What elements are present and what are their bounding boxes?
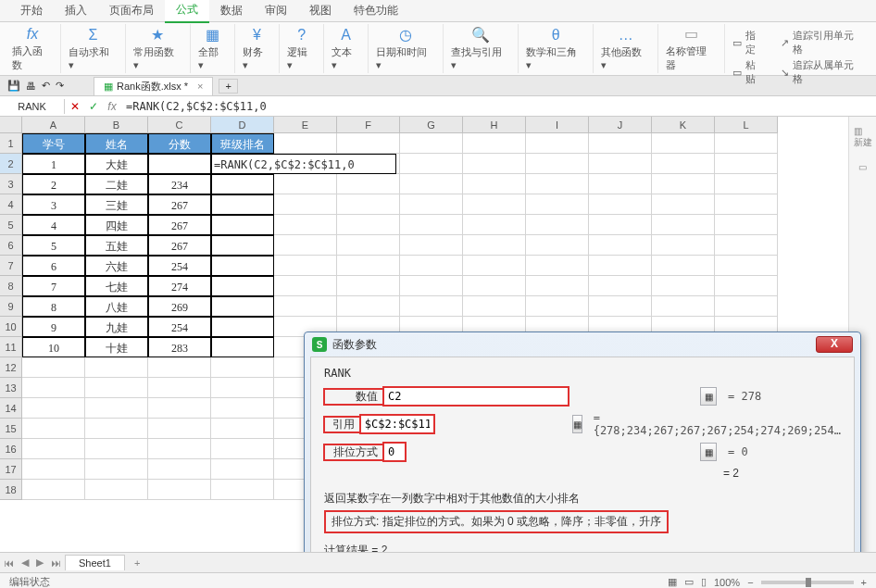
zoom-in-button[interactable]: + [861, 577, 867, 588]
cell[interactable] [526, 215, 589, 235]
column-header[interactable]: I [526, 117, 589, 133]
cell[interactable]: 269 [148, 296, 211, 317]
cell[interactable] [652, 235, 715, 256]
tab-review[interactable]: 审阅 [254, 0, 298, 22]
cell[interactable] [148, 419, 211, 439]
cell[interactable] [211, 194, 274, 215]
cell[interactable]: 八娃 [85, 296, 148, 317]
cell[interactable] [337, 133, 400, 154]
cell[interactable]: 254 [148, 317, 211, 337]
cell[interactable] [463, 276, 526, 296]
row-header[interactable]: 10 [0, 317, 22, 337]
column-header[interactable]: D [211, 117, 274, 133]
cell[interactable] [463, 235, 526, 256]
all-fn-button[interactable]: ▦全部 ▾ [191, 24, 235, 73]
sidebar-tool-icon[interactable]: ▭ [858, 162, 867, 172]
row-header[interactable]: 14 [0, 398, 22, 419]
row-header[interactable]: 13 [0, 378, 22, 398]
cell[interactable]: 283 [148, 337, 211, 357]
cell[interactable] [652, 154, 715, 174]
tab-data[interactable]: 数据 [209, 0, 254, 22]
new-tab-button[interactable]: + [219, 79, 237, 94]
cell[interactable]: 三娃 [85, 194, 148, 215]
cell[interactable] [526, 133, 589, 154]
view-break-icon[interactable]: ▯ [701, 576, 707, 588]
trace-precedents-button[interactable]: ↗ 追踪引用单元格 [779, 28, 866, 57]
row-header[interactable]: 5 [0, 215, 22, 235]
cell[interactable] [211, 439, 274, 459]
cell[interactable] [589, 133, 652, 154]
row-header[interactable]: 7 [0, 256, 22, 276]
formula-cancel-icon[interactable]: ✕ [69, 100, 81, 113]
column-header[interactable]: G [400, 117, 463, 133]
cell[interactable] [337, 194, 400, 215]
row-header[interactable]: 8 [0, 276, 22, 296]
row-header[interactable]: 12 [0, 357, 22, 378]
cell[interactable] [589, 215, 652, 235]
paste-name-button[interactable]: ▭ 粘贴 [731, 57, 768, 87]
tab-start[interactable]: 开始 [9, 0, 54, 22]
row-header[interactable]: 17 [0, 459, 22, 480]
cell[interactable] [715, 133, 778, 154]
cell[interactable]: 十娃 [85, 337, 148, 357]
cell[interactable] [589, 174, 652, 194]
cell[interactable] [211, 276, 274, 296]
cell[interactable] [274, 256, 337, 276]
cell[interactable] [148, 154, 211, 174]
cell[interactable] [274, 174, 337, 194]
row-header[interactable]: 4 [0, 194, 22, 215]
cell[interactable]: 9 [22, 317, 85, 337]
cell[interactable] [400, 276, 463, 296]
cell[interactable]: 6 [22, 256, 85, 276]
cell[interactable]: 班级排名 [211, 133, 274, 154]
cell[interactable] [148, 459, 211, 480]
cell[interactable] [211, 378, 274, 398]
cell[interactable] [463, 215, 526, 235]
cell[interactable] [274, 194, 337, 215]
cell[interactable] [85, 459, 148, 480]
cell[interactable]: 234 [148, 174, 211, 194]
cell[interactable] [589, 256, 652, 276]
cell[interactable] [526, 256, 589, 276]
param3-input[interactable] [383, 443, 406, 461]
sidebar-new-icon[interactable]: ▥新建 [854, 126, 872, 149]
cell[interactable] [589, 296, 652, 317]
formula-input[interactable]: =RANK(C2,$C$2:$C$11,0 [122, 98, 876, 115]
cell[interactable] [211, 256, 274, 276]
cell[interactable]: 7 [22, 276, 85, 296]
cell[interactable] [463, 154, 526, 174]
tab-formula[interactable]: 公式 [165, 0, 209, 23]
cell[interactable] [148, 378, 211, 398]
cell[interactable]: 267 [148, 215, 211, 235]
cell[interactable] [337, 276, 400, 296]
cell[interactable] [463, 256, 526, 276]
row-header[interactable]: 18 [0, 480, 22, 500]
cell[interactable] [211, 398, 274, 419]
define-name-button[interactable]: ▭ 指定 [731, 28, 768, 57]
cell[interactable] [652, 296, 715, 317]
row-header[interactable]: 2 [0, 154, 22, 174]
cell[interactable]: 4 [22, 215, 85, 235]
sheet-nav-last[interactable]: ⏭ [47, 557, 65, 569]
cell[interactable] [22, 480, 85, 500]
cell[interactable] [22, 398, 85, 419]
zoom-out-button[interactable]: − [747, 577, 753, 588]
cell[interactable] [526, 296, 589, 317]
cell[interactable] [400, 154, 463, 174]
cell[interactable] [274, 133, 337, 154]
cell[interactable] [337, 296, 400, 317]
row-header[interactable]: 3 [0, 174, 22, 194]
cell[interactable]: 五娃 [85, 235, 148, 256]
sheet-nav-first[interactable]: ⏮ [0, 557, 18, 569]
cell[interactable] [715, 174, 778, 194]
column-header[interactable]: L [715, 117, 778, 133]
cell[interactable]: 1 [22, 154, 85, 174]
zoom-slider[interactable] [761, 581, 854, 584]
cell[interactable] [337, 235, 400, 256]
cell[interactable] [715, 215, 778, 235]
column-header[interactable]: J [589, 117, 652, 133]
tab-view[interactable]: 视图 [298, 0, 343, 22]
cell[interactable] [589, 235, 652, 256]
cell[interactable] [85, 439, 148, 459]
cell[interactable] [337, 215, 400, 235]
